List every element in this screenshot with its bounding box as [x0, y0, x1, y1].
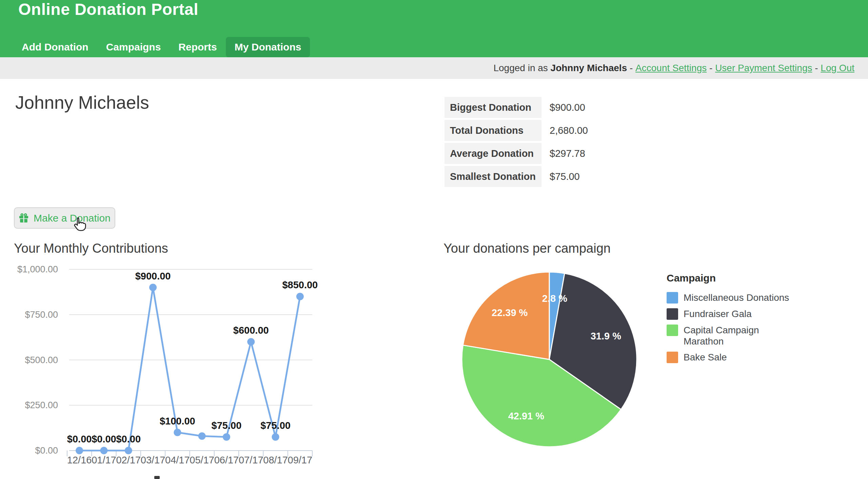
- separator: -: [812, 63, 821, 74]
- make-donation-button[interactable]: Make a Donation: [14, 207, 115, 229]
- legend-title: Campaign: [667, 272, 809, 284]
- logged-in-username: Johnny Michaels: [551, 63, 627, 74]
- svg-text:$100.00: $100.00: [160, 416, 195, 426]
- legend-swatch-fundraiser-gala: [667, 308, 678, 320]
- app-title: Online Donation Portal: [18, 0, 198, 19]
- svg-text:$1,000.00: $1,000.00: [17, 264, 58, 274]
- svg-text:08/17: 08/17: [263, 455, 288, 465]
- svg-text:$75.00: $75.00: [260, 420, 291, 431]
- stat-label: Total Donations: [445, 120, 541, 141]
- svg-text:09/17: 09/17: [288, 455, 313, 465]
- legend-swatch-bake-sale: [667, 352, 678, 363]
- legend-item: Miscellaneous Donations: [667, 292, 809, 304]
- campaign-legend: Campaign Miscellaneous Donations Fundrai…: [667, 272, 809, 368]
- svg-text:05/17: 05/17: [190, 455, 214, 465]
- nav-item-reports[interactable]: Reports: [170, 37, 225, 57]
- stat-value: $900.00: [550, 97, 585, 118]
- nav-item-my-donations[interactable]: My Donations: [226, 37, 310, 57]
- main-nav: Add Donation Campaigns Reports My Donati…: [13, 37, 310, 57]
- svg-text:03/17: 03/17: [141, 455, 165, 465]
- svg-text:04/17: 04/17: [165, 455, 190, 465]
- userbar: Logged in as Johnny Michaels - Account S…: [0, 57, 868, 79]
- stats-table: Biggest Donation $900.00 Total Donations…: [445, 97, 614, 189]
- svg-text:31.9 %: 31.9 %: [591, 331, 621, 341]
- legend-item: Capital Campaign Marathon: [667, 325, 809, 347]
- svg-text:$600.00: $600.00: [233, 325, 269, 336]
- stat-value: $75.00: [550, 166, 580, 187]
- axis-title-partial: [154, 476, 160, 479]
- stat-label: Smallest Donation: [445, 166, 541, 187]
- legend-item: Fundraiser Gala: [667, 308, 809, 320]
- stat-label: Average Donation: [445, 143, 541, 164]
- svg-text:06/17: 06/17: [214, 455, 239, 465]
- legend-label: Bake Sale: [684, 352, 792, 363]
- table-row: Average Donation $297.78: [445, 143, 614, 164]
- stat-label: Biggest Donation: [445, 97, 541, 118]
- stat-value: $297.78: [550, 143, 585, 164]
- monthly-contributions-heading: Your Monthly Contributions: [14, 241, 168, 256]
- svg-text:$75.00: $75.00: [212, 420, 242, 431]
- legend-label: Miscellaneous Donations: [684, 292, 792, 303]
- svg-text:$500.00: $500.00: [25, 355, 58, 365]
- svg-text:2.8 %: 2.8 %: [542, 293, 567, 304]
- legend-item: Bake Sale: [667, 352, 809, 363]
- svg-text:22.39 %: 22.39 %: [492, 307, 528, 318]
- svg-text:$0.00: $0.00: [67, 434, 92, 444]
- pie-chart: 2.8 %31.9 %42.91 %22.39 %: [454, 264, 651, 454]
- svg-text:02/17: 02/17: [116, 455, 141, 465]
- page-title: Johnny Michaels: [15, 92, 149, 113]
- separator: -: [707, 63, 715, 74]
- app-header: Online Donation Portal Add Donation Camp…: [0, 0, 868, 57]
- svg-text:42.91 %: 42.91 %: [508, 411, 545, 421]
- legend-swatch-miscellaneous: [667, 292, 678, 304]
- nav-item-campaigns[interactable]: Campaigns: [97, 37, 170, 57]
- account-settings-link[interactable]: Account Settings: [635, 63, 707, 74]
- svg-text:$250.00: $250.00: [25, 400, 58, 410]
- table-row: Biggest Donation $900.00: [445, 97, 614, 118]
- logged-in-prefix: Logged in as: [493, 63, 550, 74]
- gift-icon: [19, 213, 29, 223]
- stat-value: 2,680.00: [550, 120, 588, 141]
- table-row: Total Donations 2,680.00: [445, 120, 614, 141]
- nav-item-add-donation[interactable]: Add Donation: [13, 37, 97, 57]
- svg-text:$850.00: $850.00: [282, 279, 318, 290]
- donations-per-campaign-heading: Your donations per campaign: [443, 241, 611, 256]
- svg-text:$0.00: $0.00: [35, 445, 58, 456]
- table-row: Smallest Donation $75.00: [445, 166, 614, 187]
- legend-label: Fundraiser Gala: [684, 308, 792, 319]
- svg-text:$0.00: $0.00: [92, 434, 116, 444]
- svg-text:$900.00: $900.00: [135, 271, 171, 282]
- make-donation-label: Make a Donation: [34, 212, 111, 224]
- separator: -: [627, 63, 635, 74]
- svg-text:01/17: 01/17: [92, 455, 116, 465]
- donation-portal-page: Online Donation Portal Add Donation Camp…: [0, 0, 868, 479]
- legend-label: Capital Campaign Marathon: [684, 325, 792, 347]
- log-out-link[interactable]: Log Out: [821, 63, 854, 74]
- svg-text:07/17: 07/17: [239, 455, 263, 465]
- svg-text:12/16: 12/16: [67, 455, 92, 465]
- legend-swatch-capital-campaign: [667, 325, 678, 336]
- svg-text:$750.00: $750.00: [25, 310, 58, 320]
- svg-text:$0.00: $0.00: [116, 434, 141, 444]
- line-chart: $0.00$250.00$500.00$750.00$1,000.0012/16…: [10, 257, 326, 479]
- user-payment-settings-link[interactable]: User Payment Settings: [715, 63, 812, 74]
